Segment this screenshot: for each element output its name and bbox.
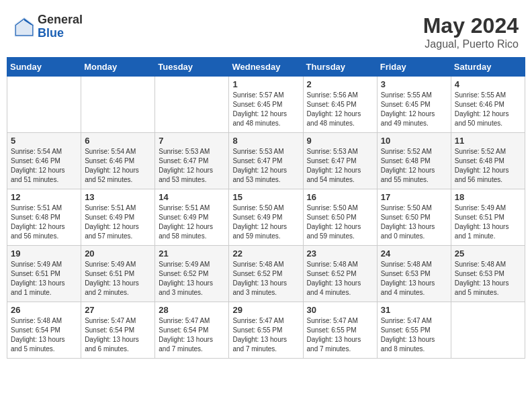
location-subtitle: Jagual, Puerto Rico (423, 38, 519, 50)
calendar-cell: 9Sunrise: 5:53 AMSunset: 6:47 PMDaylight… (303, 133, 377, 189)
day-number: 14 (159, 192, 225, 202)
calendar-cell (81, 77, 155, 133)
day-info: Sunrise: 5:50 AMSunset: 6:50 PMDaylight:… (307, 203, 373, 241)
day-info: Sunrise: 5:48 AMSunset: 6:54 PMDaylight:… (11, 316, 77, 354)
logo-text: General Blue (38, 13, 83, 40)
day-number: 1 (232, 79, 299, 89)
calendar-cell: 28Sunrise: 5:47 AMSunset: 6:54 PMDayligh… (155, 302, 229, 359)
calendar-week-3: 12Sunrise: 5:51 AMSunset: 6:48 PMDayligh… (7, 189, 525, 246)
day-info: Sunrise: 5:54 AMSunset: 6:46 PMDaylight:… (11, 147, 77, 185)
calendar-cell: 23Sunrise: 5:48 AMSunset: 6:52 PMDayligh… (303, 246, 377, 302)
day-number: 19 (11, 248, 77, 259)
day-info: Sunrise: 5:49 AMSunset: 6:52 PMDaylight:… (159, 260, 225, 298)
day-info: Sunrise: 5:47 AMSunset: 6:54 PMDaylight:… (159, 316, 225, 354)
day-info: Sunrise: 5:50 AMSunset: 6:49 PMDaylight:… (232, 203, 299, 241)
day-info: Sunrise: 5:48 AMSunset: 6:52 PMDaylight:… (307, 260, 373, 298)
day-info: Sunrise: 5:48 AMSunset: 6:52 PMDaylight:… (232, 260, 299, 298)
day-number: 15 (232, 192, 299, 202)
day-number: 12 (11, 192, 77, 202)
logo-general-text: General (38, 13, 83, 27)
day-info: Sunrise: 5:47 AMSunset: 6:55 PMDaylight:… (381, 316, 447, 354)
day-info: Sunrise: 5:51 AMSunset: 6:49 PMDaylight:… (85, 203, 151, 241)
month-year-title: May 2024 (423, 13, 519, 38)
day-number: 25 (455, 248, 521, 259)
calendar-cell: 15Sunrise: 5:50 AMSunset: 6:49 PMDayligh… (229, 189, 303, 246)
calendar-cell: 26Sunrise: 5:48 AMSunset: 6:54 PMDayligh… (7, 302, 81, 359)
calendar-week-5: 26Sunrise: 5:48 AMSunset: 6:54 PMDayligh… (7, 302, 525, 359)
calendar-cell: 11Sunrise: 5:52 AMSunset: 6:48 PMDayligh… (451, 133, 525, 189)
day-number: 13 (85, 192, 151, 202)
calendar-cell: 14Sunrise: 5:51 AMSunset: 6:49 PMDayligh… (155, 189, 229, 246)
calendar-cell: 19Sunrise: 5:49 AMSunset: 6:51 PMDayligh… (7, 246, 81, 302)
calendar-cell: 25Sunrise: 5:48 AMSunset: 6:53 PMDayligh… (451, 246, 525, 302)
day-info: Sunrise: 5:51 AMSunset: 6:48 PMDaylight:… (11, 203, 77, 241)
day-info: Sunrise: 5:48 AMSunset: 6:53 PMDaylight:… (381, 260, 447, 298)
header-monday: Monday (81, 58, 155, 77)
calendar-week-2: 5Sunrise: 5:54 AMSunset: 6:46 PMDaylight… (7, 133, 525, 189)
day-info: Sunrise: 5:56 AMSunset: 6:45 PMDaylight:… (307, 91, 373, 128)
day-info: Sunrise: 5:53 AMSunset: 6:47 PMDaylight:… (307, 147, 373, 185)
calendar-cell: 3Sunrise: 5:55 AMSunset: 6:45 PMDaylight… (377, 77, 451, 133)
header-tuesday: Tuesday (155, 58, 229, 77)
day-info: Sunrise: 5:48 AMSunset: 6:53 PMDaylight:… (455, 260, 521, 298)
calendar-cell: 20Sunrise: 5:49 AMSunset: 6:51 PMDayligh… (81, 246, 155, 302)
day-number: 24 (381, 248, 447, 259)
header-wednesday: Wednesday (229, 58, 303, 77)
day-info: Sunrise: 5:47 AMSunset: 6:55 PMDaylight:… (307, 316, 373, 354)
calendar-cell: 17Sunrise: 5:50 AMSunset: 6:50 PMDayligh… (377, 189, 451, 246)
day-info: Sunrise: 5:53 AMSunset: 6:47 PMDaylight:… (159, 147, 225, 185)
calendar-cell: 30Sunrise: 5:47 AMSunset: 6:55 PMDayligh… (303, 302, 377, 359)
day-number: 26 (11, 305, 77, 315)
calendar-cell: 16Sunrise: 5:50 AMSunset: 6:50 PMDayligh… (303, 189, 377, 246)
title-block: May 2024 Jagual, Puerto Rico (423, 13, 519, 50)
calendar-week-4: 19Sunrise: 5:49 AMSunset: 6:51 PMDayligh… (7, 246, 525, 302)
day-info: Sunrise: 5:47 AMSunset: 6:55 PMDaylight:… (232, 316, 299, 354)
day-number: 18 (455, 192, 521, 202)
day-number: 4 (455, 79, 521, 89)
day-number: 30 (307, 305, 373, 315)
day-number: 20 (85, 248, 151, 259)
day-info: Sunrise: 5:47 AMSunset: 6:54 PMDaylight:… (85, 316, 151, 354)
calendar-cell: 13Sunrise: 5:51 AMSunset: 6:49 PMDayligh… (81, 189, 155, 246)
day-number: 22 (232, 248, 299, 259)
day-number: 28 (159, 305, 225, 315)
calendar-cell (155, 77, 229, 133)
day-info: Sunrise: 5:50 AMSunset: 6:50 PMDaylight:… (381, 203, 447, 241)
calendar-cell: 8Sunrise: 5:53 AMSunset: 6:47 PMDaylight… (229, 133, 303, 189)
calendar-table: Sunday Monday Tuesday Wednesday Thursday… (7, 57, 525, 359)
calendar-cell: 1Sunrise: 5:57 AMSunset: 6:45 PMDaylight… (229, 77, 303, 133)
day-number: 23 (307, 248, 373, 259)
day-number: 9 (307, 136, 373, 146)
day-info: Sunrise: 5:54 AMSunset: 6:46 PMDaylight:… (85, 147, 151, 185)
calendar-cell: 5Sunrise: 5:54 AMSunset: 6:46 PMDaylight… (7, 133, 81, 189)
day-info: Sunrise: 5:51 AMSunset: 6:49 PMDaylight:… (159, 203, 225, 241)
day-number: 27 (85, 305, 151, 315)
day-number: 11 (455, 136, 521, 146)
page-header: General Blue May 2024 Jagual, Puerto Ric… (7, 7, 525, 54)
calendar-cell: 31Sunrise: 5:47 AMSunset: 6:55 PMDayligh… (377, 302, 451, 359)
day-number: 29 (232, 305, 299, 315)
calendar-cell (451, 302, 525, 359)
day-info: Sunrise: 5:52 AMSunset: 6:48 PMDaylight:… (381, 147, 447, 185)
day-info: Sunrise: 5:57 AMSunset: 6:45 PMDaylight:… (232, 91, 299, 128)
header-thursday: Thursday (303, 58, 377, 77)
header-saturday: Saturday (451, 58, 525, 77)
calendar-cell: 2Sunrise: 5:56 AMSunset: 6:45 PMDaylight… (303, 77, 377, 133)
logo-icon (13, 16, 35, 38)
day-number: 31 (381, 305, 447, 315)
day-number: 8 (232, 136, 299, 146)
day-info: Sunrise: 5:52 AMSunset: 6:48 PMDaylight:… (455, 147, 521, 185)
logo-blue-text: Blue (38, 27, 83, 40)
calendar-cell: 4Sunrise: 5:55 AMSunset: 6:46 PMDaylight… (451, 77, 525, 133)
day-info: Sunrise: 5:49 AMSunset: 6:51 PMDaylight:… (11, 260, 77, 298)
day-number: 3 (381, 79, 447, 89)
calendar-week-1: 1Sunrise: 5:57 AMSunset: 6:45 PMDaylight… (7, 77, 525, 133)
day-number: 2 (307, 79, 373, 89)
calendar-cell: 6Sunrise: 5:54 AMSunset: 6:46 PMDaylight… (81, 133, 155, 189)
day-number: 17 (381, 192, 447, 202)
day-number: 6 (85, 136, 151, 146)
calendar-cell: 24Sunrise: 5:48 AMSunset: 6:53 PMDayligh… (377, 246, 451, 302)
calendar-cell: 10Sunrise: 5:52 AMSunset: 6:48 PMDayligh… (377, 133, 451, 189)
day-number: 5 (11, 136, 77, 146)
calendar-cell: 29Sunrise: 5:47 AMSunset: 6:55 PMDayligh… (229, 302, 303, 359)
